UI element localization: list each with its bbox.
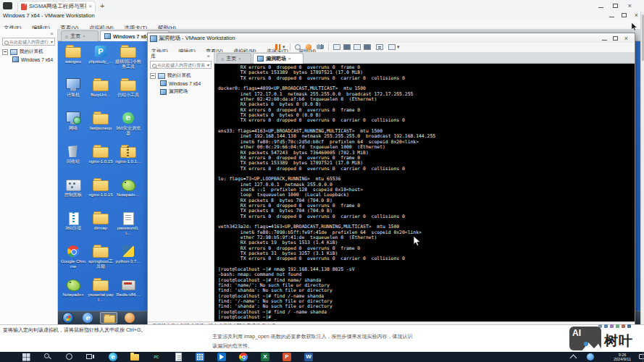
taskbar-clock[interactable]: 9:26 2024/9/11 (607, 353, 637, 361)
tree-item-windows7[interactable]: Windows 7 x64 (160, 80, 201, 86)
desktop-icon[interactable]: BurpUni… (87, 76, 114, 109)
desktop-icon[interactable]: springboot工具箱 (87, 243, 114, 276)
tab-close-icon[interactable]: × (83, 34, 85, 38)
rotate-icon[interactable] (610, 324, 614, 328)
desktop-icon[interactable]: 360安全浏览器 (114, 109, 142, 143)
vscode-icon[interactable] (217, 353, 226, 361)
vm-console-screen[interactable]: RX errors 0 dropped 0 overruns 0 frame 0… (214, 64, 635, 321)
browser-close-button[interactable]: × (625, 2, 635, 9)
tree-expander-icon[interactable] (150, 73, 156, 79)
console-icon[interactable] (376, 44, 383, 50)
browser-maximize-button[interactable] (611, 2, 620, 9)
powerpoint-icon[interactable]: P (283, 353, 291, 361)
desktop-icon[interactable]: python-3.7… (114, 243, 142, 276)
vmware-maximize-button[interactable] (619, 12, 629, 19)
desktop-icon[interactable]: Notepad+… (114, 176, 142, 209)
tab-close-icon[interactable]: × (88, 4, 92, 9)
power-dropdown-icon[interactable]: ▾ (283, 44, 285, 50)
desktop-icon[interactable]: 超级弱口令检查工具 (114, 43, 142, 76)
library-close-icon[interactable]: × (50, 30, 54, 37)
desktop-icon[interactable]: 计算机 (59, 76, 87, 109)
tree-item-my-computer[interactable]: 我的计算机 (2, 49, 43, 55)
clock-date: 2024/9/11 (607, 357, 637, 361)
desktop-icon[interactable]: password1.t… (114, 209, 142, 243)
user-icon[interactable] (306, 44, 311, 50)
pause-vm-icon[interactable] (275, 44, 280, 50)
desktop-icon[interactable]: ysoserial payl… (87, 276, 114, 309)
desktop-icon[interactable]: dirmap (87, 209, 114, 243)
show-thumbnails-icon[interactable] (343, 44, 351, 50)
tree-item-windows7[interactable]: Windows 7 x64 (12, 56, 53, 62)
library-close-icon[interactable]: × (206, 53, 210, 59)
desktop-icon[interactable]: Notepad++ (59, 276, 87, 309)
browser-app-icon[interactable] (3, 2, 12, 9)
save-icon[interactable] (616, 324, 619, 328)
media-app-icon[interactable] (125, 313, 135, 323)
library-search[interactable]: ▾ (150, 61, 212, 69)
browser-minimize-button[interactable] (596, 2, 606, 9)
show-library-icon[interactable] (333, 44, 340, 50)
unity-mode-icon[interactable] (364, 44, 371, 50)
tray-expand-icon[interactable] (570, 355, 577, 362)
file-explorer-icon[interactable] (130, 354, 139, 361)
win10-start-button[interactable] (22, 353, 30, 361)
nested-maximize-button[interactable] (611, 35, 620, 42)
excel-icon[interactable]: X (261, 353, 269, 361)
tab-target-vm[interactable]: 漏洞靶场 × (253, 53, 304, 64)
search-icon[interactable] (43, 353, 52, 361)
desktop-icon[interactable]: 控制面板 (59, 176, 87, 209)
desktop-icon[interactable]: nginx-1.0.1… (114, 143, 142, 176)
page-scrollbar[interactable] (640, 12, 644, 324)
ie-icon[interactable]: e (83, 313, 93, 323)
edge-icon[interactable] (109, 353, 117, 361)
display-dropdown-icon[interactable]: ▾ (397, 44, 400, 50)
tree-expander-icon[interactable] (2, 49, 8, 55)
search-input[interactable] (3, 40, 49, 44)
desktop-icon[interactable]: wangwu (59, 43, 87, 76)
new-tab-button[interactable]: + (100, 1, 104, 10)
search-input[interactable] (151, 63, 206, 67)
fullscreen-icon[interactable] (354, 44, 361, 50)
tab-close-icon[interactable]: × (288, 56, 291, 61)
desktop-icon[interactable]: nginx-1.0.15 (87, 143, 114, 176)
search-dropdown-icon[interactable]: ▾ (206, 62, 211, 67)
more-icon[interactable] (627, 324, 631, 328)
tree-item-my-computer[interactable]: 我的计算机 (150, 72, 191, 79)
tab-home[interactable]: ⌂ 主页 × (217, 53, 251, 64)
notepad-icon[interactable] (175, 353, 182, 361)
win7-start-button[interactable] (62, 312, 74, 324)
word-icon[interactable]: W (304, 353, 313, 361)
tray-app-icon[interactable] (587, 353, 594, 361)
reader-toolbar-icons[interactable] (598, 324, 631, 328)
task-view-icon[interactable] (85, 353, 94, 361)
scrollbar-thumb[interactable] (642, 14, 644, 61)
snapshot-clock-icon[interactable] (295, 44, 301, 50)
library-search[interactable]: ▾ (2, 38, 55, 46)
desktop-icon[interactable]: Google Chrome (59, 243, 87, 276)
desktop-icon[interactable]: 仿站小工具 (114, 76, 142, 109)
vmware-minimize-button[interactable] (607, 12, 616, 19)
users-icon[interactable] (317, 44, 324, 50)
nested-minimize-button[interactable] (600, 35, 609, 42)
desktop-icon[interactable]: fastjsonexp (87, 109, 114, 143)
desktop-icon[interactable]: nginx-1.0.15 (87, 176, 114, 209)
app-grid-icon[interactable] (196, 353, 204, 361)
pycharm-icon[interactable] (152, 353, 161, 361)
tab-close-icon[interactable]: × (238, 56, 241, 61)
desktop-icon[interactable]: Redis-x86… (114, 276, 142, 309)
browser-tab[interactable]: SIGMA网络工程师与黑客实践090 × (17, 1, 96, 12)
search-dropdown-icon[interactable]: ▾ (49, 39, 54, 44)
display-icon[interactable] (388, 44, 396, 50)
share-icon[interactable] (622, 324, 625, 328)
desktop-icon[interactable]: 回收站 (59, 143, 87, 176)
chrome-icon[interactable] (239, 353, 248, 361)
tree-item-target-vm[interactable]: 漏洞靶场 (160, 88, 188, 95)
desktop-icon[interactable]: 网络 (59, 109, 87, 143)
desktop-icon[interactable]: phpstudy_… (87, 43, 114, 76)
explorer-taskbar-button[interactable] (100, 312, 117, 324)
nested-close-button[interactable]: × (622, 35, 631, 42)
cortana-icon[interactable] (65, 353, 74, 361)
tab-home[interactable]: ⌂ 主页 × (61, 30, 99, 41)
zoom-icon[interactable] (604, 324, 608, 328)
desktop-icon[interactable]: 360压缩 (59, 209, 87, 243)
